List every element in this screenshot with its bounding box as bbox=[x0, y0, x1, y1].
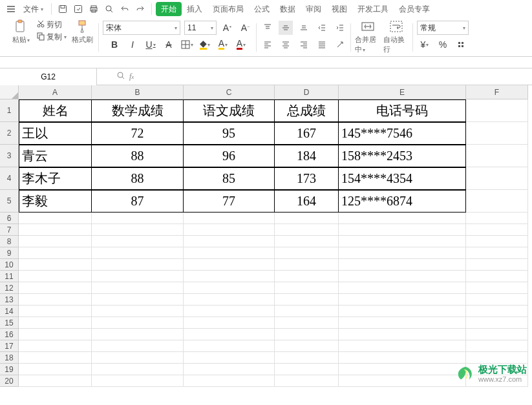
cell[interactable] bbox=[19, 352, 92, 364]
cell[interactable] bbox=[275, 282, 339, 294]
cell[interactable] bbox=[92, 294, 184, 306]
row-header[interactable]: 6 bbox=[0, 213, 19, 224]
cell[interactable] bbox=[339, 213, 466, 224]
align-center-icon[interactable] bbox=[279, 37, 293, 52]
shading-button[interactable]: A▾ bbox=[216, 37, 230, 52]
print-preview-icon[interactable] bbox=[102, 2, 116, 16]
cell[interactable] bbox=[466, 352, 528, 364]
cell[interactable] bbox=[275, 317, 339, 329]
number-format-select[interactable]: 常规▾ bbox=[417, 21, 469, 35]
col-header-C[interactable]: C bbox=[184, 85, 275, 99]
paste-button[interactable]: 粘贴▾ bbox=[8, 19, 34, 45]
align-left-icon[interactable] bbox=[261, 37, 275, 52]
cell[interactable] bbox=[184, 364, 275, 375]
cell[interactable] bbox=[466, 306, 528, 317]
cell[interactable] bbox=[466, 167, 528, 190]
tab-8[interactable]: 会员专享 bbox=[394, 2, 435, 16]
header-cell[interactable]: 姓名 bbox=[19, 99, 92, 122]
tab-6[interactable]: 视图 bbox=[326, 2, 352, 16]
merge-center-button[interactable]: 合并居中▾ bbox=[355, 19, 381, 54]
cell[interactable] bbox=[19, 375, 92, 387]
cell[interactable] bbox=[339, 282, 466, 294]
cell[interactable] bbox=[19, 259, 92, 271]
row-header[interactable]: 16 bbox=[0, 329, 19, 340]
col-header-A[interactable]: A bbox=[19, 85, 92, 99]
tab-1[interactable]: 插入 bbox=[182, 2, 207, 16]
font-family-select[interactable]: 宋体▾ bbox=[103, 21, 180, 35]
phone-cell[interactable]: 125****6874 bbox=[339, 190, 466, 213]
row-header[interactable]: 4 bbox=[0, 167, 19, 190]
chinese-cell[interactable]: 85 bbox=[184, 167, 275, 190]
decrease-font-icon[interactable]: A⁻ bbox=[239, 21, 253, 35]
chinese-cell[interactable]: 96 bbox=[184, 145, 275, 167]
align-middle-icon[interactable] bbox=[279, 21, 293, 35]
math-cell[interactable]: 87 bbox=[92, 190, 184, 213]
row-header[interactable]: 9 bbox=[0, 247, 19, 259]
cell[interactable] bbox=[19, 306, 92, 317]
cell[interactable] bbox=[19, 294, 92, 306]
fill-color-button[interactable]: ◆▾ bbox=[198, 37, 212, 52]
cell[interactable] bbox=[339, 224, 466, 236]
cell[interactable] bbox=[92, 213, 184, 224]
justify-icon[interactable] bbox=[315, 37, 329, 52]
cell[interactable] bbox=[275, 213, 339, 224]
cell[interactable] bbox=[466, 282, 528, 294]
row-header[interactable]: 19 bbox=[0, 364, 19, 375]
cell[interactable] bbox=[466, 224, 528, 236]
cell[interactable] bbox=[466, 259, 528, 271]
align-right-icon[interactable] bbox=[297, 37, 311, 52]
row-header[interactable]: 10 bbox=[0, 259, 19, 271]
cell[interactable] bbox=[275, 352, 339, 364]
row-header[interactable]: 14 bbox=[0, 306, 19, 317]
cell[interactable] bbox=[19, 247, 92, 259]
wrap-text-button[interactable]: 自动换行 bbox=[383, 19, 409, 54]
redo-icon[interactable] bbox=[133, 2, 147, 16]
cell[interactable] bbox=[92, 306, 184, 317]
cell[interactable] bbox=[92, 375, 184, 387]
header-cell[interactable]: 数学成绩 bbox=[92, 99, 184, 122]
row-header[interactable]: 11 bbox=[0, 271, 19, 282]
cell[interactable] bbox=[339, 375, 466, 387]
row-header[interactable]: 13 bbox=[0, 294, 19, 306]
cell[interactable] bbox=[466, 145, 528, 167]
copy-button[interactable]: 复制▾ bbox=[36, 32, 67, 43]
math-cell[interactable]: 72 bbox=[92, 122, 184, 145]
cell[interactable] bbox=[92, 340, 184, 352]
cell[interactable] bbox=[184, 317, 275, 329]
cell[interactable] bbox=[466, 247, 528, 259]
tab-7[interactable]: 开发工具 bbox=[352, 2, 394, 16]
cell[interactable] bbox=[19, 317, 92, 329]
phone-cell[interactable]: 154****4354 bbox=[339, 167, 466, 190]
cell[interactable] bbox=[92, 236, 184, 247]
cell[interactable] bbox=[92, 224, 184, 236]
cell[interactable] bbox=[339, 294, 466, 306]
math-cell[interactable]: 88 bbox=[92, 145, 184, 167]
row-header[interactable]: 20 bbox=[0, 375, 19, 387]
underline-button[interactable]: U▾ bbox=[144, 37, 158, 52]
chinese-cell[interactable]: 95 bbox=[184, 122, 275, 145]
cell[interactable] bbox=[339, 271, 466, 282]
currency-button[interactable]: ¥▾ bbox=[418, 37, 432, 52]
cell[interactable] bbox=[275, 259, 339, 271]
total-cell[interactable]: 164 bbox=[275, 190, 339, 213]
cell[interactable] bbox=[184, 271, 275, 282]
math-cell[interactable]: 88 bbox=[92, 167, 184, 190]
search-icon[interactable] bbox=[116, 71, 125, 82]
cell[interactable] bbox=[92, 352, 184, 364]
total-cell[interactable]: 167 bbox=[275, 122, 339, 145]
cell[interactable] bbox=[275, 224, 339, 236]
cell[interactable] bbox=[339, 340, 466, 352]
cell[interactable] bbox=[92, 282, 184, 294]
cell[interactable] bbox=[19, 282, 92, 294]
cell[interactable] bbox=[92, 247, 184, 259]
cell[interactable] bbox=[92, 259, 184, 271]
cell[interactable] bbox=[466, 213, 528, 224]
font-size-select[interactable]: 11▾ bbox=[184, 21, 217, 35]
chinese-cell[interactable]: 77 bbox=[184, 190, 275, 213]
cell[interactable] bbox=[275, 340, 339, 352]
cell[interactable] bbox=[184, 213, 275, 224]
cell[interactable] bbox=[184, 224, 275, 236]
cell[interactable] bbox=[339, 306, 466, 317]
row-header[interactable]: 7 bbox=[0, 224, 19, 236]
align-bottom-icon[interactable] bbox=[297, 21, 311, 35]
